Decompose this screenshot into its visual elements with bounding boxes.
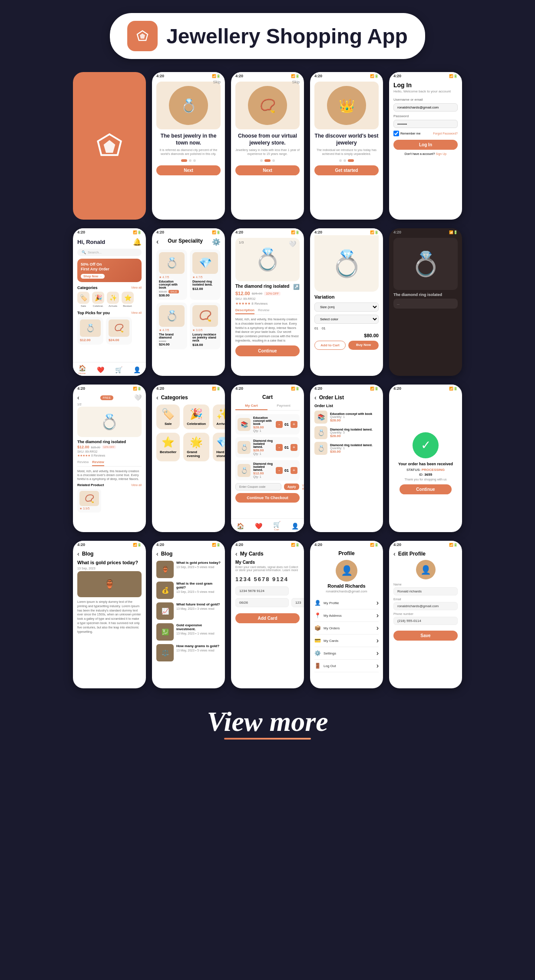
qty-increase-2[interactable]: +: [291, 444, 297, 451]
name-field[interactable]: [393, 587, 458, 595]
cat-arrivals[interactable]: ✨Arrivals: [213, 404, 225, 429]
card-number-input[interactable]: [235, 586, 289, 595]
cat-bestseller[interactable]: ⭐Bestseller: [156, 433, 180, 461]
category-arrivals[interactable]: ✨Arrivals: [107, 292, 119, 307]
cat-hard-stones[interactable]: 💎Hard stones: [213, 433, 225, 461]
menu-my-orders[interactable]: 📦My Orders ›: [314, 622, 379, 635]
qty-increase-3[interactable]: +: [291, 467, 297, 474]
notification-icon[interactable]: 🔔: [133, 238, 142, 246]
phone-field[interactable]: [393, 617, 458, 625]
add-to-cart-button[interactable]: Add to Cart: [314, 341, 346, 350]
category-bestseller[interactable]: ⭐Bestsel.: [122, 292, 134, 307]
qty-control-3: - 01 +: [276, 467, 297, 474]
wishlist-button[interactable]: 🤍: [289, 240, 296, 247]
next-button-2[interactable]: Next: [235, 165, 300, 175]
blog-list-item-5[interactable]: ⚖️ How many grams is gold? 13 May, 2023 …: [156, 644, 221, 661]
menu-logout[interactable]: 🚪Log Out ›: [314, 660, 379, 672]
remember-checkbox[interactable]: [393, 131, 399, 136]
tab-description[interactable]: Description: [235, 307, 254, 314]
promo-banner[interactable]: 50% Off OnFirst Any Order Shop Now →: [77, 259, 142, 282]
spec-card-3[interactable]: 💍 ★ 4.7/5 The brand diamond $4000 $24.00: [156, 303, 187, 349]
spec-card-1[interactable]: 💍 ★ 4.7/5 Education concept with book $3…: [156, 250, 187, 300]
skip-button[interactable]: Skip: [213, 80, 221, 84]
menu-settings[interactable]: ⚙️Settings ›: [314, 647, 379, 660]
product-card-2[interactable]: 📿 $24.00: [106, 317, 132, 345]
get-started-button[interactable]: Get started: [314, 165, 379, 175]
back-button[interactable]: ‹: [156, 550, 159, 557]
menu-my-cards[interactable]: 💳My Cards ›: [314, 635, 379, 647]
blog-list-item-3[interactable]: 📈 What future trend of gold? 13 May, 202…: [156, 602, 221, 620]
menu-my-profile[interactable]: 👤My Profile ›: [314, 597, 379, 609]
nav-cart[interactable]: 🛒: [115, 366, 122, 373]
save-profile-button[interactable]: Save: [393, 631, 458, 641]
tab-review[interactable]: Review: [92, 459, 104, 466]
categories-view-all[interactable]: View all: [131, 286, 142, 289]
top-picks-view-all[interactable]: View all: [131, 311, 142, 314]
menu-my-address[interactable]: 📍My Address ›: [314, 609, 379, 622]
card-cvv-input[interactable]: [291, 598, 304, 607]
cat-sale[interactable]: 🏷️Sale: [156, 404, 180, 429]
back-button[interactable]: ‹: [393, 550, 396, 557]
tab-my-cart[interactable]: My Cart: [235, 402, 268, 410]
username-input[interactable]: [393, 103, 458, 112]
coupon-input[interactable]: [235, 483, 281, 490]
blog-list-item-4[interactable]: 💹 Gold expensive investment. 13 May, 202…: [156, 623, 221, 641]
tab-review[interactable]: Review: [258, 307, 269, 314]
nav-wishlist[interactable]: ❤️: [97, 366, 104, 373]
qty-decrease-2[interactable]: -: [276, 444, 283, 451]
continue-button[interactable]: Continue: [235, 345, 300, 356]
nav-cart[interactable]: 🛒Cart: [273, 521, 281, 531]
related-product-1[interactable]: 📿 ★ 3.9/5: [77, 489, 101, 513]
product-card-1[interactable]: 💍 $12.00: [77, 317, 103, 345]
back-button[interactable]: ‹: [77, 394, 79, 401]
nav-wishlist[interactable]: ❤️: [255, 523, 262, 529]
forgot-password-link[interactable]: Forgot Password?: [433, 132, 458, 135]
cat-celebration[interactable]: 🎉Celebration: [183, 404, 209, 429]
add-card-button[interactable]: Add Card: [235, 613, 300, 623]
category-celebration[interactable]: 🎉Celebrat.: [92, 292, 104, 307]
spec-card-4[interactable]: 📿 ★ 3.0/5 Luxury necklace on jewelry sta…: [190, 303, 221, 349]
blog-list-item-1[interactable]: 🏺 What is gold prices today? 13 Sep, 202…: [156, 561, 221, 578]
nav-home[interactable]: 🏠Home: [79, 365, 86, 375]
shop-now-button[interactable]: Shop Now →: [81, 274, 105, 279]
qty-decrease-1[interactable]: -: [276, 421, 283, 428]
back-button[interactable]: ‹: [314, 394, 317, 401]
blog-list-item-2[interactable]: 💰 What is the cost gram gold? 13 Sep, 20…: [156, 582, 221, 599]
related-view-all[interactable]: View all: [131, 483, 142, 487]
order-item-3: 💍 Diamond ring isolated lamed. Quantity:…: [314, 442, 379, 455]
skip-button[interactable]: Skip: [292, 80, 300, 84]
nav-profile[interactable]: 👤: [133, 366, 141, 373]
wishlist-icon[interactable]: 🤍: [134, 394, 142, 401]
buy-now-button[interactable]: Buy Now: [348, 341, 379, 350]
cat-grand-evening[interactable]: 🌟Grand evening: [183, 433, 209, 461]
checkout-button[interactable]: Continue To Checkout: [235, 493, 300, 503]
password-input[interactable]: [393, 120, 458, 128]
card-expiry-input[interactable]: [235, 598, 289, 607]
color-select[interactable]: Select color: [314, 315, 379, 324]
signup-link[interactable]: Sign Up: [436, 152, 446, 155]
next-button-1[interactable]: Next: [156, 165, 221, 175]
edit-profile-avatar[interactable]: 👤: [416, 560, 436, 579]
filter-icon[interactable]: ⚙️: [212, 238, 221, 246]
back-button[interactable]: ‹: [156, 394, 159, 401]
order-continue-button[interactable]: Continue: [400, 484, 452, 494]
back-button[interactable]: ‹: [156, 238, 159, 246]
nav-profile[interactable]: 👤: [291, 523, 299, 529]
back-button[interactable]: ‹: [235, 550, 238, 557]
view-all-coupons[interactable]: View all: [302, 484, 304, 490]
login-button[interactable]: Log In: [393, 140, 458, 150]
qty-increase-1[interactable]: +: [291, 421, 297, 428]
category-sale[interactable]: 🏷️Sale: [77, 292, 89, 307]
apply-coupon-button[interactable]: Apply: [284, 483, 299, 490]
view-more-text[interactable]: View more: [0, 706, 535, 738]
qty-decrease-3[interactable]: -: [276, 467, 283, 474]
tab-payment[interactable]: Payment: [268, 402, 300, 410]
search-bar[interactable]: 🔍 Search...: [77, 249, 142, 256]
back-button[interactable]: ‹: [77, 550, 79, 557]
share-icon[interactable]: ↗️: [293, 284, 300, 290]
email-field[interactable]: [393, 602, 458, 610]
size-select[interactable]: Size (cm): [314, 303, 379, 312]
spec-card-2[interactable]: 💎 ★ 4.7/5 Diamond ring isolated lama. $1…: [190, 250, 221, 300]
tab-description[interactable]: Review: [77, 459, 89, 466]
nav-home[interactable]: 🏠: [237, 523, 244, 529]
